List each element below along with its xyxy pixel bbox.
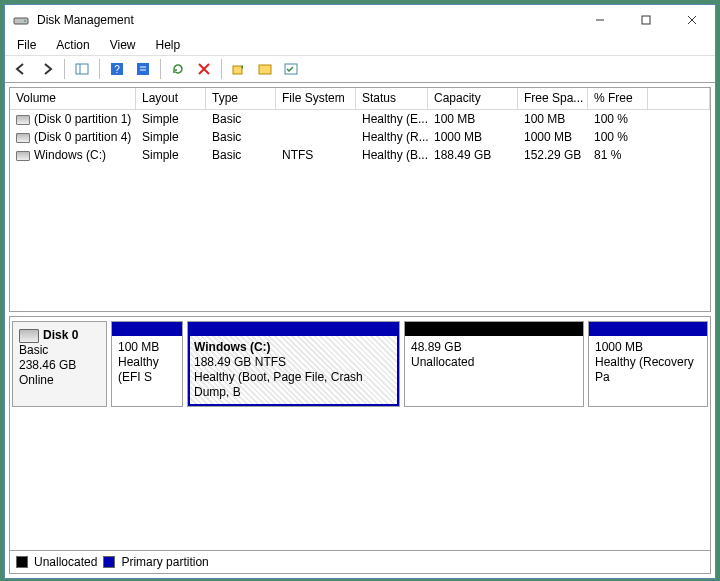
col-status[interactable]: Status xyxy=(356,88,428,110)
col-filesystem[interactable]: File System xyxy=(276,88,356,110)
properties-icon xyxy=(135,61,151,77)
toolbar-separator xyxy=(160,59,161,79)
volume-name: (Disk 0 partition 4) xyxy=(10,129,136,145)
disk-label[interactable]: Disk 0 Basic 238.46 GB Online xyxy=(12,321,107,407)
table-row[interactable]: (Disk 0 partition 4)SimpleBasicHealthy (… xyxy=(10,128,710,146)
volume-type: Basic xyxy=(206,147,276,163)
volume-name: Windows (C:) xyxy=(10,147,136,163)
col-capacity[interactable]: Capacity xyxy=(428,88,518,110)
menu-view[interactable]: View xyxy=(102,36,144,54)
volume-status: Healthy (E... xyxy=(356,111,428,127)
table-row[interactable]: Windows (C:)SimpleBasicNTFSHealthy (B...… xyxy=(10,146,710,164)
drive-icon xyxy=(16,133,30,143)
volume-capacity: 1000 MB xyxy=(428,129,518,145)
volume-status: Healthy (R... xyxy=(356,129,428,145)
volume-pct: 100 % xyxy=(588,129,648,145)
stripe-primary xyxy=(112,322,182,336)
partition-track: 100 MBHealthy (EFI SWindows (C:)188.49 G… xyxy=(107,321,708,407)
col-volume[interactable]: Volume xyxy=(10,88,136,110)
partition-size: 100 MB xyxy=(118,340,176,355)
properties-button[interactable] xyxy=(131,58,155,80)
legend-bar: Unallocated Primary partition xyxy=(10,550,710,573)
partition-size: 188.49 GB NTFS xyxy=(194,355,393,370)
close-button[interactable] xyxy=(669,5,715,35)
volume-list-body[interactable]: (Disk 0 partition 1)SimpleBasicHealthy (… xyxy=(10,110,710,311)
volume-layout: Simple xyxy=(136,147,206,163)
volume-free: 1000 MB xyxy=(518,129,588,145)
volume-type: Basic xyxy=(206,129,276,145)
toolbar-separator xyxy=(64,59,65,79)
app-icon xyxy=(13,12,29,28)
list-icon xyxy=(257,61,273,77)
partition-block[interactable]: 1000 MBHealthy (Recovery Pa xyxy=(588,321,708,407)
volume-capacity: 100 MB xyxy=(428,111,518,127)
partition-block[interactable]: 100 MBHealthy (EFI S xyxy=(111,321,183,407)
legend-swatch-unallocated xyxy=(16,556,28,568)
partition-block[interactable]: Windows (C:)188.49 GB NTFSHealthy (Boot,… xyxy=(187,321,400,407)
stripe-primary xyxy=(589,322,707,336)
volume-layout: Simple xyxy=(136,111,206,127)
volume-status: Healthy (B... xyxy=(356,147,428,163)
partition-status: Healthy (Boot, Page File, Crash Dump, B xyxy=(194,370,393,400)
menu-action[interactable]: Action xyxy=(48,36,97,54)
disk-graphic-pane: Disk 0 Basic 238.46 GB Online 100 MBHeal… xyxy=(9,316,711,574)
volume-fs xyxy=(276,136,356,138)
maximize-icon xyxy=(641,15,651,25)
col-layout[interactable]: Layout xyxy=(136,88,206,110)
volume-free: 100 MB xyxy=(518,111,588,127)
disk-size: 238.46 GB xyxy=(19,358,100,373)
svg-point-1 xyxy=(24,20,26,22)
refresh-button[interactable] xyxy=(166,58,190,80)
help-button[interactable]: ? xyxy=(105,58,129,80)
volume-name: (Disk 0 partition 1) xyxy=(10,111,136,127)
menu-help[interactable]: Help xyxy=(148,36,189,54)
toolbar-separator xyxy=(221,59,222,79)
partition-block[interactable]: 48.89 GBUnallocated xyxy=(404,321,584,407)
minimize-icon xyxy=(595,15,605,25)
partition-body: 100 MBHealthy (EFI S xyxy=(112,336,182,406)
action-list-button[interactable] xyxy=(279,58,303,80)
stripe-primary xyxy=(188,322,399,336)
back-button[interactable] xyxy=(9,58,33,80)
show-hide-console-tree-button[interactable] xyxy=(70,58,94,80)
menubar: File Action View Help xyxy=(5,35,715,55)
col-freespace[interactable]: Free Spa... xyxy=(518,88,588,110)
partition-body: 48.89 GBUnallocated xyxy=(405,336,583,406)
arrow-right-icon xyxy=(39,61,55,77)
list-arrow-icon xyxy=(231,61,247,77)
table-row[interactable]: (Disk 0 partition 1)SimpleBasicHealthy (… xyxy=(10,110,710,128)
svg-text:?: ? xyxy=(114,64,120,75)
maximize-button[interactable] xyxy=(623,5,669,35)
legend-primary: Primary partition xyxy=(121,555,208,569)
volume-fs xyxy=(276,118,356,120)
toolbar-separator xyxy=(99,59,100,79)
titlebar[interactable]: Disk Management xyxy=(5,5,715,35)
drive-icon xyxy=(16,115,30,125)
partition-body: Windows (C:)188.49 GB NTFSHealthy (Boot,… xyxy=(188,336,399,406)
minimize-button[interactable] xyxy=(577,5,623,35)
delete-button[interactable] xyxy=(192,58,216,80)
partition-status: Unallocated xyxy=(411,355,577,370)
partition-status: Healthy (Recovery Pa xyxy=(595,355,701,385)
volume-pct: 100 % xyxy=(588,111,648,127)
settings-bottom-button[interactable] xyxy=(253,58,277,80)
partition-body: 1000 MBHealthy (Recovery Pa xyxy=(589,336,707,406)
forward-button[interactable] xyxy=(35,58,59,80)
stripe-unallocated xyxy=(405,322,583,336)
main-area: Volume Layout Type File System Status Ca… xyxy=(5,83,715,578)
disk-name: Disk 0 xyxy=(43,328,78,342)
refresh-icon xyxy=(170,61,186,77)
col-pctfree[interactable]: % Free xyxy=(588,88,648,110)
partition-title: Windows (C:) xyxy=(194,340,393,355)
help-icon: ? xyxy=(109,61,125,77)
disk-view: Disk 0 Basic 238.46 GB Online 100 MBHeal… xyxy=(10,317,710,550)
disk-type: Basic xyxy=(19,343,100,358)
menu-file[interactable]: File xyxy=(9,36,44,54)
col-type[interactable]: Type xyxy=(206,88,276,110)
svg-rect-3 xyxy=(642,16,650,24)
x-icon xyxy=(196,61,212,77)
volume-fs: NTFS xyxy=(276,147,356,163)
volume-capacity: 188.49 GB xyxy=(428,147,518,163)
partition-size: 48.89 GB xyxy=(411,340,577,355)
settings-top-button[interactable] xyxy=(227,58,251,80)
